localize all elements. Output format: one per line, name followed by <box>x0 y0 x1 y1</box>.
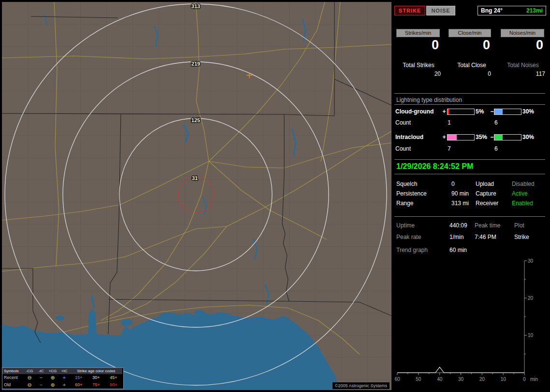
legend-age-60: 60+ <box>70 381 87 389</box>
legend-header-pos-ic: +IC <box>58 368 70 374</box>
noise-indicator[interactable]: NOISE <box>426 6 455 15</box>
peak-rate-value: 1/min <box>449 234 463 240</box>
cloud-ground-pos-pct: 5% <box>476 108 484 115</box>
divider <box>394 174 545 174</box>
legend-old-neg-ic-icon: − <box>35 381 47 389</box>
peak-time-value: 7:46 PM <box>475 234 496 240</box>
legend-header-age: Strike age color codes <box>70 368 122 374</box>
persistence-label: Persistence <box>396 190 427 197</box>
receiver-status: Enabled <box>512 200 533 207</box>
plot-label: Plot <box>514 222 524 229</box>
distribution-title: Lightning type distribution <box>396 97 462 103</box>
bar-fill <box>448 109 449 114</box>
map-canvas: 313 219 125 31 <box>2 2 391 390</box>
side-panel: STRIKE NOISE Bng 24° 213mi Strikes/min C… <box>392 0 550 392</box>
intracloud-pos-pct: 35% <box>476 134 487 140</box>
legend-recent-neg-cg-icon: ⊖ <box>24 374 35 381</box>
trend-line <box>397 367 524 373</box>
x-tick-40: 40 <box>437 377 443 382</box>
copyright-text: ©2005 Astrogenic Systems <box>333 382 390 389</box>
cloud-ground-neg-count: 6 <box>494 119 498 126</box>
persistence-value: 90 min <box>451 190 469 197</box>
legend-old-pos-ic-icon: + <box>58 381 70 389</box>
legend-header-symbols: Symbols <box>2 368 24 374</box>
y-tick-30: 30 <box>528 258 534 264</box>
receiver-label: Receiver <box>476 200 498 207</box>
legend-recent-neg-ic-icon: − <box>35 374 47 381</box>
bearing-distance: 213mi <box>526 7 543 14</box>
trend-graph-label: Trend graph <box>396 247 428 253</box>
total-close-label: Total Close <box>452 62 491 69</box>
ring-label-125: 125 <box>191 117 200 123</box>
x-unit-label: min <box>530 377 538 382</box>
intracloud-pos-count: 7 <box>448 145 451 152</box>
squelch-label: Squelch <box>396 181 417 187</box>
rate-value-strikes: 0 <box>396 38 444 53</box>
bar-fill <box>494 135 503 140</box>
legend-recent-pos-ic-icon: + <box>58 374 70 381</box>
range-label: Range <box>396 200 413 207</box>
legend-old-neg-cg-icon: ⊖ <box>24 381 35 389</box>
rate-label-close[interactable]: Close/min <box>449 29 491 37</box>
peak-time-label: Peak time <box>475 222 500 229</box>
divider <box>394 159 545 160</box>
cloud-ground-neg-pct: 30% <box>522 108 534 115</box>
divider <box>394 104 545 105</box>
strike-indicator[interactable]: STRIKE <box>394 6 425 15</box>
total-close-value: 0 <box>452 70 496 77</box>
rate-label-noises[interactable]: Noises/min <box>501 29 544 37</box>
rate-value-noises: 0 <box>501 38 548 53</box>
bearing-label: Bng 24° <box>481 7 503 14</box>
datetime-readout: 1/29/2026 8:24:52 PM <box>396 162 473 171</box>
count-label: Count <box>395 119 411 126</box>
range-value: 313 mi <box>451 200 469 207</box>
legend-age-90: 90+ <box>105 381 122 389</box>
cloud-ground-pos-bar <box>447 109 475 115</box>
ring-label-31: 31 <box>192 175 198 181</box>
x-tick-20: 20 <box>479 377 485 382</box>
plus-sign: + <box>441 134 447 140</box>
plot-value: Strike <box>514 234 529 240</box>
ring-label-313: 313 <box>191 3 200 9</box>
cloud-ground-pos-count: 1 <box>448 119 451 126</box>
bar-fill <box>494 109 503 114</box>
map-legend: Symbols -CG -IC +CG +IC Strike age color… <box>2 367 124 389</box>
app-window: { "map": { "rings": [ {"label": "313"}, … <box>0 0 550 392</box>
legend-header-neg-ic: -IC <box>35 368 47 374</box>
trend-graph: 30 20 10 60 50 40 30 20 10 0 min <box>392 257 550 392</box>
ring-label-219: 219 <box>191 61 200 67</box>
bearing-readout: Bng 24° 213mi <box>478 6 546 15</box>
plus-sign: + <box>441 108 447 115</box>
uptime-label: Uptime <box>396 222 415 229</box>
x-tick-60: 60 <box>394 377 400 382</box>
uptime-value: 440:09 <box>449 222 467 229</box>
trend-graph-canvas: 30 20 10 60 50 40 30 20 10 0 min <box>392 257 550 392</box>
capture-label: Capture <box>476 190 496 197</box>
upload-label: Upload <box>476 181 494 187</box>
x-tick-30: 30 <box>458 377 464 382</box>
bar-fill <box>448 135 457 140</box>
legend-header-neg-cg: -CG <box>24 368 35 374</box>
legend-header-pos-cg: +CG <box>47 368 58 374</box>
intracloud-pos-bar <box>447 134 475 140</box>
total-noises-label: Total Noises <box>501 62 545 69</box>
map-view[interactable]: 313 219 125 31 Symbols -CG -IC +CG +IC S… <box>2 2 391 390</box>
intracloud-neg-pct: 30% <box>522 134 534 140</box>
cloud-ground-neg-bar <box>494 109 521 115</box>
total-noises-value: 117 <box>501 70 550 77</box>
trend-window-value: 60 min <box>449 247 467 253</box>
legend-row-old-label: Old <box>2 381 24 389</box>
count-label: Count <box>395 145 411 152</box>
legend-recent-pos-cg-icon: ⊕ <box>47 374 58 381</box>
intracloud-neg-bar <box>494 134 521 140</box>
intracloud-neg-count: 6 <box>494 145 498 152</box>
rate-label-strikes[interactable]: Strikes/min <box>396 29 440 37</box>
y-tick-10: 10 <box>528 333 534 338</box>
divider <box>394 93 545 94</box>
rate-value-close: 0 <box>449 38 495 53</box>
x-tick-0: 0 <box>523 377 526 382</box>
divider <box>394 216 545 217</box>
capture-status: Active <box>512 190 528 197</box>
squelch-value: 0 <box>451 181 455 187</box>
x-tick-50: 50 <box>416 377 421 382</box>
